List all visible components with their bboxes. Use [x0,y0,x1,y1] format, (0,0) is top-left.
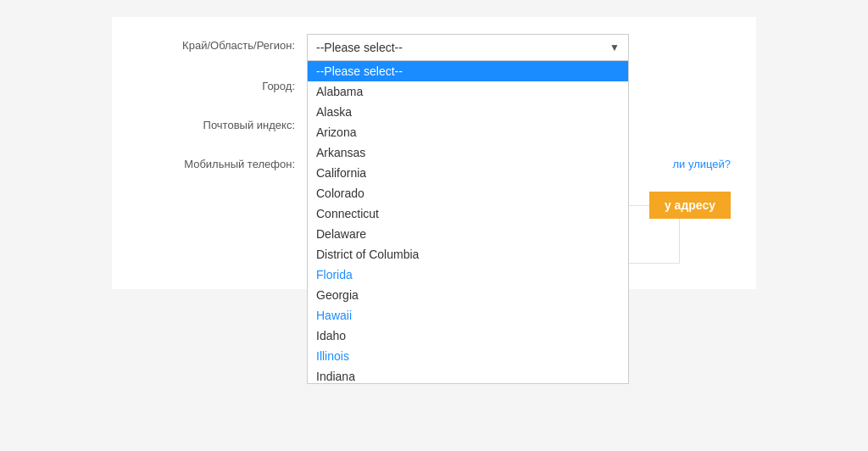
phone-label: Мобильный телефон: [137,153,307,170]
dropdown-item[interactable]: Hawaii [308,305,628,326]
region-label: Край/Область/Регион: [137,34,307,52]
dropdown-item[interactable]: Alaska [308,102,628,122]
dropdown-item[interactable]: Idaho [308,326,628,346]
dropdown-item[interactable]: --Please select-- [308,61,628,81]
dropdown-item[interactable]: Arizona [308,122,628,142]
dropdown-item[interactable]: Delaware [308,224,628,244]
dropdown-item[interactable]: Alabama [308,81,628,102]
city-label: Город: [137,75,307,92]
dropdown-item[interactable]: Indiana [308,366,628,383]
hint-text[interactable]: ли улицей? [672,158,731,170]
save-address-button[interactable]: у адресу [649,192,731,219]
region-row: Край/Область/Регион: --Please select-- ▼… [137,34,731,61]
dropdown-item[interactable]: Georgia [308,285,628,305]
dropdown-item[interactable]: Connecticut [308,203,628,224]
region-dropdown-trigger[interactable]: --Please select-- ▼ [307,34,629,61]
dropdown-list[interactable]: --Please select--AlabamaAlaskaArizonaArk… [308,61,628,383]
dropdown-arrow-icon: ▼ [609,42,620,53]
dropdown-item[interactable]: California [308,163,628,183]
dropdown-item[interactable]: Florida [308,264,628,285]
dropdown-selected-value: --Please select-- [316,41,403,54]
dropdown-item[interactable]: Arkansas [308,142,628,163]
dropdown-list-wrapper: --Please select--AlabamaAlaskaArizonaArk… [307,61,629,384]
region-field: --Please select-- ▼ --Please select--Ala… [307,34,731,61]
page-wrapper: Край/Область/Регион: --Please select-- ▼… [112,17,756,289]
dropdown-item[interactable]: Colorado [308,183,628,203]
dropdown-item[interactable]: Illinois [308,346,628,366]
postal-label: Почтовый индекс: [137,114,307,131]
dropdown-item[interactable]: District of Columbia [308,244,628,264]
